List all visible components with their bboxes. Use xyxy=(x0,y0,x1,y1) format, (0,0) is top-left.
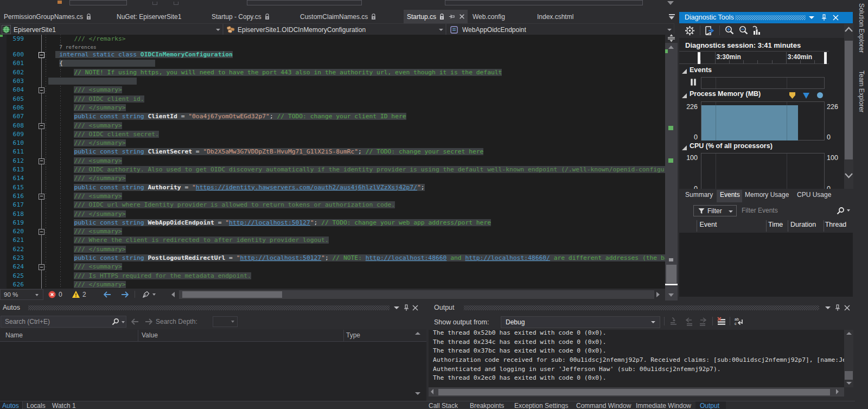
bottom-tab-locals[interactable]: Locals xyxy=(27,402,46,409)
scrollbar-thumb[interactable] xyxy=(845,371,853,380)
sidebar-tab-solution-explorer[interactable]: Solution Explorer xyxy=(858,3,865,53)
timeline-left-handle[interactable] xyxy=(698,52,700,64)
memory-circle-legend-icon[interactable] xyxy=(817,92,823,98)
breadcrumb-project-dropdown[interactable]: EpiserverSite1 xyxy=(0,23,223,35)
output-source-dropdown[interactable]: Debug xyxy=(501,316,660,328)
bottom-tab-exception-settings[interactable]: Exception Settings xyxy=(514,402,568,409)
bottom-tab-output[interactable]: Output xyxy=(700,402,719,409)
memory-expander-icon[interactable] xyxy=(682,93,687,98)
toolbar-dropdown-icon[interactable] xyxy=(667,1,674,5)
autos-grid-body[interactable] xyxy=(0,342,426,401)
hscroll-right-arrow[interactable] xyxy=(656,292,660,297)
memory-chart[interactable] xyxy=(701,101,825,140)
pin-icon[interactable] xyxy=(403,304,410,311)
scroll-up-arrow[interactable] xyxy=(846,332,852,335)
bottom-tab-breakpoints[interactable]: Breakpoints xyxy=(470,402,504,409)
navigate-back-icon[interactable] xyxy=(104,291,111,298)
output-console[interactable]: The thread 0x52b0 has exited with code 0… xyxy=(429,330,844,387)
scrollbar-thumb[interactable] xyxy=(845,41,853,159)
zoom-dropdown[interactable]: 90 % xyxy=(0,289,43,300)
editor-vertical-scrollbar[interactable] xyxy=(665,34,678,301)
toolbar-combo[interactable] xyxy=(69,0,127,5)
autos-search-box[interactable]: Search (Ctrl+E) xyxy=(1,316,126,328)
navigate-forward-icon[interactable] xyxy=(121,291,129,298)
output-vertical-scrollbar[interactable] xyxy=(844,330,853,387)
autos-column-name[interactable]: Name xyxy=(5,331,23,339)
document-tab-startup-cs[interactable]: Startup.cs xyxy=(404,10,468,23)
split-editor-handle[interactable] xyxy=(665,34,678,43)
bottom-tab-autos[interactable]: Autos xyxy=(2,402,19,409)
pin-icon[interactable] xyxy=(821,14,827,21)
code-editor[interactable]: 599/// </remarks>7 references600 interna… xyxy=(0,35,665,289)
cpu-chart[interactable] xyxy=(701,153,825,189)
hscroll-left-arrow[interactable] xyxy=(171,292,175,297)
autos-column-value[interactable]: Value xyxy=(142,331,158,339)
close-icon[interactable] xyxy=(412,305,418,311)
breakpoint-margin[interactable] xyxy=(0,35,7,289)
autos-scroll-down-arrow[interactable] xyxy=(415,392,420,395)
autos-column-type[interactable]: Type xyxy=(346,331,360,339)
diagnostics-tab-summary[interactable]: Summary xyxy=(685,191,713,199)
bottom-tab-call-stack[interactable]: Call Stack xyxy=(429,402,458,409)
word-wrap-icon[interactable]: ab c xyxy=(734,317,744,326)
fold-marker[interactable] xyxy=(39,123,44,129)
zoom-out-icon[interactable] xyxy=(738,25,749,36)
document-tab-customclaimnames-cs[interactable]: CustomClaimNames.cs xyxy=(297,10,379,23)
scroll-down-arrow[interactable] xyxy=(668,293,674,297)
fold-marker[interactable] xyxy=(39,264,44,270)
diagnostics-tab-cpu-usage[interactable]: CPU Usage xyxy=(797,191,831,199)
pin-icon[interactable] xyxy=(834,304,841,311)
timeline-ruler[interactable]: 3:30min3:40min xyxy=(679,51,829,64)
scroll-left-arrow[interactable] xyxy=(431,389,433,394)
scroll-down-arrow[interactable] xyxy=(846,382,852,385)
events-column-thread[interactable]: Thread xyxy=(825,221,847,228)
fold-marker[interactable] xyxy=(39,87,44,93)
autos-titlebar[interactable]: Autos xyxy=(0,301,426,315)
document-tab-web-config[interactable]: Web.config xyxy=(469,10,508,23)
scroll-right-arrow[interactable] xyxy=(836,389,839,394)
cpu-expander-icon[interactable] xyxy=(682,145,687,150)
close-icon[interactable] xyxy=(833,15,839,21)
prev-message-icon[interactable] xyxy=(685,317,694,326)
output-horizontal-scrollbar[interactable] xyxy=(429,387,844,397)
toolbar-icon[interactable] xyxy=(152,2,157,5)
toolbar-combo[interactable] xyxy=(247,0,362,5)
events-column-event[interactable]: Event xyxy=(700,221,717,228)
bottom-tab-immediate-window[interactable]: Immediate Window xyxy=(636,402,691,409)
output-titlebar[interactable]: Output xyxy=(429,301,855,315)
scrollbar-thumb[interactable] xyxy=(438,389,830,395)
filter-button[interactable]: Filter xyxy=(693,205,737,216)
search-depth-dropdown[interactable] xyxy=(213,316,238,327)
export-icon[interactable] xyxy=(704,25,715,36)
events-expander-icon[interactable] xyxy=(682,69,687,74)
clear-all-icon[interactable] xyxy=(717,317,726,326)
chevron-down-icon[interactable] xyxy=(809,16,814,19)
memory-snapshot-legend-icon[interactable] xyxy=(789,92,795,99)
bottom-tab-command-window[interactable]: Command Window xyxy=(576,402,631,409)
error-icon[interactable] xyxy=(48,291,56,298)
memory-triangle-legend-icon[interactable] xyxy=(803,93,809,99)
autos-scroll-up-arrow[interactable] xyxy=(415,332,420,335)
document-tab-permissiongroupnames-cs[interactable]: PermissionGroupNames.cs xyxy=(1,10,94,23)
document-tab-index-cshtml[interactable]: Index.cshtml xyxy=(534,10,577,23)
diagnostic-tools-titlebar[interactable]: Diagnostic Tools xyxy=(679,12,853,23)
chevron-down-icon[interactable] xyxy=(825,306,831,309)
filter-events-input[interactable]: Filter Events xyxy=(742,207,778,214)
scrollbar-thumb[interactable] xyxy=(666,265,676,283)
breadcrumb-member-dropdown[interactable]: WebAppOidcEndpoint xyxy=(446,23,674,35)
settings-gear-icon[interactable] xyxy=(685,25,695,36)
search-forward-icon[interactable] xyxy=(145,318,152,325)
fold-marker[interactable] xyxy=(39,52,44,58)
find-message-icon[interactable] xyxy=(669,317,678,326)
diagnostics-tab-memory-usage[interactable]: Memory Usage xyxy=(745,191,789,199)
search-back-icon[interactable] xyxy=(131,318,139,325)
events-track[interactable] xyxy=(701,77,825,89)
diagnostics-tab-events[interactable]: Events xyxy=(720,191,740,199)
events-column-time[interactable]: Time xyxy=(768,221,783,228)
scroll-up-arrow[interactable] xyxy=(668,46,674,49)
toolbar-icon[interactable] xyxy=(174,2,178,5)
diagnostics-scrollbar[interactable] xyxy=(844,24,853,189)
next-message-icon[interactable] xyxy=(698,317,707,326)
sidebar-tab-team-explorer[interactable]: Team Explorer xyxy=(858,71,865,112)
hscroll-thumb[interactable] xyxy=(182,291,282,298)
